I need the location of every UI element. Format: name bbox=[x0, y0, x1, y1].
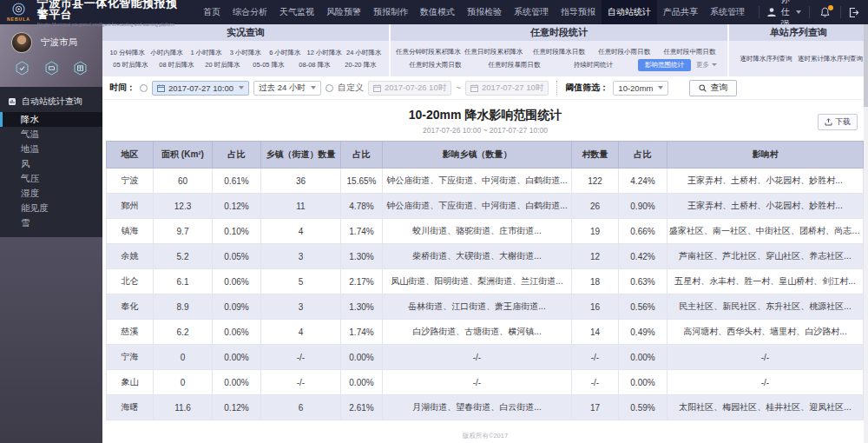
calendar-icon bbox=[470, 84, 478, 92]
table-cell: 鄞州 bbox=[107, 194, 154, 219]
panel-link[interactable]: 08 时后降水 bbox=[154, 60, 200, 70]
table-cell: 5.2 bbox=[154, 244, 213, 269]
panel-body-0: 10 分钟降水小时内降水1 小时降水3 小时降水6 小时降水12 小时降水24 … bbox=[102, 41, 389, 76]
panel-link[interactable]: 小时内降水 bbox=[147, 48, 186, 58]
nav-item[interactable]: 综合分析 bbox=[227, 0, 273, 24]
download-button[interactable]: 下载 bbox=[818, 114, 858, 130]
panel-link[interactable]: 3 小时降水 bbox=[226, 48, 265, 58]
main-area: 实况查询 10 分钟降水小时内降水1 小时降水3 小时降水6 小时降水12 小时… bbox=[102, 24, 868, 443]
panel-link[interactable]: 20 时后降水 bbox=[200, 60, 246, 70]
table-row: 象山00.00%-/-0.00%-/--/-0.00%-/- bbox=[107, 370, 864, 395]
time-radio[interactable] bbox=[140, 84, 148, 92]
nav-item[interactable]: 数值模式 bbox=[414, 0, 461, 24]
nav-item[interactable]: 天气监视 bbox=[273, 0, 320, 24]
notification-badge bbox=[828, 5, 833, 10]
query-panels: 实况查询 10 分钟降水小时内降水1 小时降水3 小时降水6 小时降水12 小时… bbox=[102, 24, 868, 76]
user-name[interactable]: 孙仕强 bbox=[780, 0, 791, 30]
nav-item[interactable]: 预报检验 bbox=[461, 0, 508, 24]
download-icon bbox=[825, 118, 832, 126]
sidebar-item[interactable]: 湿度 bbox=[0, 186, 102, 201]
panel-link[interactable]: 任意日时段累积降水 bbox=[461, 47, 526, 57]
more-link[interactable]: 更多 bbox=[696, 60, 722, 70]
nebula-logo-icon bbox=[12, 3, 25, 16]
nav-item[interactable]: 风险预警 bbox=[320, 0, 367, 24]
panel-link[interactable]: 任意时段小雨日数 bbox=[592, 47, 657, 57]
table-cell: 0.66% bbox=[619, 219, 667, 244]
panel-link[interactable]: 任意时段降水日数 bbox=[526, 47, 591, 57]
sidebar-item[interactable]: 雪 bbox=[0, 215, 102, 230]
nav-item[interactable]: 系统管理 bbox=[704, 0, 751, 24]
panel-link[interactable]: 08-08 降水 bbox=[292, 60, 338, 70]
sidebar-item[interactable]: 降水 bbox=[0, 112, 102, 127]
range-end-picker[interactable]: 2017-07-27 10时 bbox=[465, 81, 549, 96]
panel-link-row: 任意分钟时段累积降水任意日时段累积降水任意时段降水日数任意时段小雨日数任意时段中… bbox=[396, 47, 722, 57]
table-cell: 高河塘村、西华头村、墙里村、白沙路村... bbox=[667, 320, 864, 345]
panel-link-row: 10 分钟降水小时内降水1 小时降水3 小时降水6 小时降水12 小时降水24 … bbox=[108, 48, 384, 58]
table-cell: 宁海 bbox=[107, 345, 154, 370]
panel-link[interactable]: 6 小时降水 bbox=[266, 48, 305, 58]
panel-link[interactable]: 10 分钟降水 bbox=[108, 48, 147, 58]
table-header-row: 地区面积 (Km²)占比乡镇（街道）数量占比影响乡镇（数量）村数量占比影响村 bbox=[107, 142, 864, 169]
table-cell: 王家弄村、土桥村、小花园村、妙胜村... bbox=[667, 169, 864, 194]
range-start-value: 2017-07-26 10时 bbox=[385, 83, 446, 94]
scrollbar-thumb[interactable] bbox=[864, 24, 868, 107]
panel-link[interactable]: 持续时间统计 bbox=[554, 60, 633, 70]
clipboard-check-icon[interactable] bbox=[15, 61, 30, 76]
query-button[interactable]: 查询 bbox=[689, 80, 737, 96]
panel-link[interactable]: 24 小时降水 bbox=[345, 48, 384, 58]
table-cell: 122 bbox=[572, 169, 619, 194]
app-title: 宁波市县一体化智能预报预警平台 bbox=[37, 0, 185, 20]
table-cell: 4 bbox=[261, 320, 341, 345]
panel-period-statistics: 任意时段统计 任意分钟时段累积降水任意日时段累积降水任意时段降水日数任意时段小雨… bbox=[391, 24, 727, 76]
logout-icon[interactable] bbox=[848, 7, 859, 18]
sidebar-items: 降水气温地温风气压湿度能见度雪 bbox=[0, 112, 102, 230]
custom-radio[interactable] bbox=[326, 84, 333, 92]
nav-item[interactable]: 自动站统计 bbox=[602, 0, 657, 24]
nav-item[interactable]: 系统管理 bbox=[508, 0, 555, 24]
table-cell: 0.10% bbox=[213, 219, 261, 244]
sidebar-item[interactable]: 地温 bbox=[0, 142, 102, 156]
panel-link[interactable]: 任意时段暴雨日数 bbox=[475, 60, 554, 70]
notifications-button[interactable] bbox=[819, 7, 831, 18]
chevron-down-icon[interactable] bbox=[796, 10, 801, 14]
preset-select[interactable]: 过去 24 小时 bbox=[253, 81, 321, 96]
nav-item[interactable]: 指导预报 bbox=[555, 0, 602, 24]
refresh-icon[interactable] bbox=[44, 61, 59, 76]
panel-link[interactable]: 任意时段大雨日数 bbox=[396, 60, 475, 70]
panel-link[interactable]: 05 时后降水 bbox=[108, 60, 154, 70]
panel-link[interactable]: 20-20 降水 bbox=[338, 60, 384, 70]
panel-link[interactable]: 任意分钟时段累积降水 bbox=[396, 47, 461, 57]
panel-link[interactable]: 逐时累计降水序列查询 bbox=[798, 54, 863, 64]
sidebar-item[interactable]: 气压 bbox=[0, 171, 102, 186]
download-label: 下载 bbox=[835, 116, 851, 128]
panel-link[interactable]: 逐时降水序列查询 bbox=[734, 54, 798, 64]
sidebar-section-auto-station-query[interactable]: 自动站统计查询 bbox=[0, 90, 102, 112]
top-navbar: NEBULA 宁波市县一体化智能预报预警平台 Ningbo Municipal … bbox=[0, 0, 868, 24]
nav-items: 首页综合分析天气监视风险预警预报制作数值模式预报检验系统管理指导预报自动站统计产… bbox=[197, 0, 751, 24]
table-row: 宁波600.61%3615.65%钟公庙街道、下应街道、中河街道、白鹤街道...… bbox=[107, 169, 864, 194]
panel-link[interactable]: 05-05 降水 bbox=[246, 60, 292, 70]
sidebar-item[interactable]: 风 bbox=[0, 156, 102, 171]
table-cell: 0.00% bbox=[213, 345, 261, 370]
calendar-grid-icon[interactable] bbox=[73, 61, 88, 76]
table-cell: 0.06% bbox=[213, 269, 261, 294]
panel-link[interactable]: 1 小时降水 bbox=[187, 48, 226, 58]
threshold-select[interactable]: 10-20mm bbox=[613, 81, 668, 96]
panel-link[interactable]: 12 小时降水 bbox=[305, 48, 344, 58]
range-start-picker[interactable]: 2017-07-26 10时 bbox=[368, 81, 451, 96]
nav-item[interactable]: 产品共享 bbox=[657, 0, 704, 24]
table-cell: 0.61% bbox=[213, 169, 261, 194]
table-cell: 盛家社区、南一社区、中街社区、团桥村、尚志村... bbox=[667, 219, 864, 244]
table-row: 镇海9.70.10%41.74%蛟川街道、骆驼街道、庄市街道...190.66%… bbox=[107, 219, 864, 244]
table-cell: 3 bbox=[261, 244, 341, 269]
panel-link[interactable]: 任意时段中雨日数 bbox=[657, 47, 722, 57]
nav-item[interactable]: 首页 bbox=[197, 0, 227, 24]
table-cell: 11.6 bbox=[154, 395, 213, 420]
scrollbar-track[interactable] bbox=[864, 24, 868, 443]
panel-link-active[interactable]: 影响范围统计 bbox=[638, 59, 691, 71]
datetime-picker[interactable]: 2017-07-27 10:00 bbox=[152, 81, 249, 96]
sidebar-item[interactable]: 气温 bbox=[0, 127, 102, 142]
avatar[interactable] bbox=[11, 32, 32, 53]
sidebar-item[interactable]: 能见度 bbox=[0, 201, 102, 215]
nav-item[interactable]: 预报制作 bbox=[367, 0, 414, 24]
